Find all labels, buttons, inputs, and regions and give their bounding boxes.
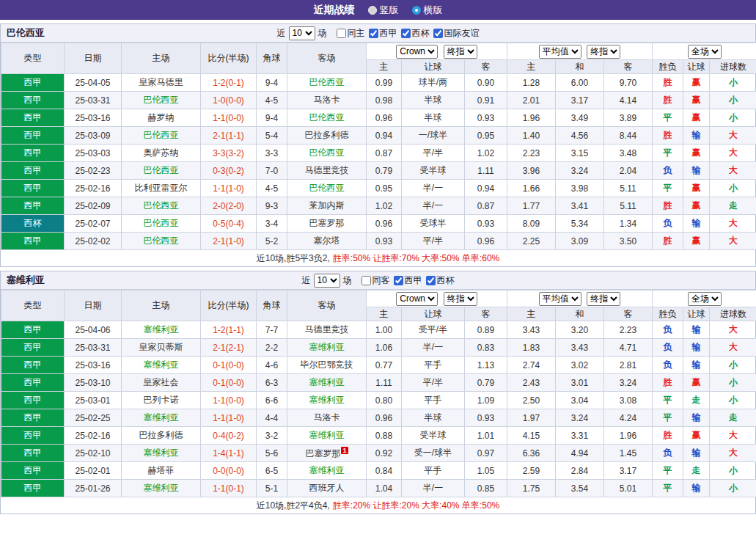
away-team-link[interactable]: 西班牙人	[287, 480, 367, 497]
away-team-link[interactable]: 巴伦西亚	[287, 180, 367, 197]
summary-rates: 胜率:20% 让胜率:20% 大率:40% 单率:50%	[333, 500, 499, 512]
avg-draw-cell: 3.20	[556, 321, 604, 339]
filter-label: 西甲	[380, 27, 397, 40]
away-team-link[interactable]: 塞维利亚	[287, 374, 367, 392]
filter-checkbox-同主[interactable]	[337, 29, 346, 38]
filter-同客[interactable]: 同客	[362, 274, 390, 287]
filter-国际友谊[interactable]: 国际友谊	[433, 27, 480, 40]
filter-checkbox-西甲[interactable]	[369, 29, 378, 38]
away-team-link[interactable]: 马洛卡	[287, 409, 367, 427]
odds-time-select[interactable]: 终指	[444, 45, 477, 59]
avg-away-cell: 4.24	[604, 409, 653, 427]
recent-matches-control: 近 10 场 同主西甲西杯国际友谊	[277, 26, 480, 40]
league-cell: 西杯	[1, 215, 65, 233]
corner-cell: 6-6	[257, 392, 287, 409]
away-team-link[interactable]: 巴伦西亚	[287, 109, 367, 127]
home-team-link[interactable]: 巴拉多利德	[122, 427, 201, 445]
home-team-link[interactable]: 塞维利亚	[122, 321, 201, 339]
odds-home-cell: 0.99	[367, 74, 402, 92]
away-team-link[interactable]: 巴塞罗那1	[287, 445, 367, 462]
away-team-link[interactable]: 巴拉多利德	[287, 127, 367, 145]
filter-西甲[interactable]: 西甲	[369, 27, 397, 40]
odds-home-cell: 0.96	[367, 109, 402, 127]
away-team-link[interactable]: 巴伦西亚	[287, 145, 367, 162]
home-team-link[interactable]: 巴伦西亚	[122, 197, 201, 215]
filter-西杯[interactable]: 西杯	[426, 274, 455, 287]
odds-handicap-cell: 受球半	[402, 215, 465, 233]
score-cell: 0-4(0-2)	[201, 427, 257, 445]
home-team-link[interactable]: 塞维利亚	[122, 480, 201, 497]
avg-source-select[interactable]: 平均值	[539, 292, 581, 306]
view-option-vertical[interactable]: 竖版	[368, 4, 399, 17]
recent-count-select[interactable]: 10	[289, 26, 315, 40]
odds-home-cell: 1.06	[367, 339, 402, 357]
away-team-link[interactable]: 塞维利亚	[287, 462, 367, 480]
odds-home-cell: 0.94	[367, 127, 402, 145]
home-team-link[interactable]: 皇家马德里	[122, 74, 201, 92]
filter-西杯[interactable]: 西杯	[401, 27, 430, 40]
home-team-link[interactable]: 巴伦西亚	[122, 127, 201, 145]
avg-away-cell: 3.17	[604, 462, 653, 480]
away-team-link[interactable]: 塞尔塔	[287, 233, 367, 250]
match-row: 西甲25-02-25塞维利亚1-1(1-0)4-4马洛卡0.96半球0.931.…	[1, 409, 756, 427]
goals-result-cell: 小	[710, 74, 756, 92]
home-team-link[interactable]: 比利亚雷亚尔	[122, 180, 201, 197]
league-filters: 同主西甲西杯国际友谊	[333, 27, 480, 40]
date-cell: 25-04-05	[65, 74, 122, 92]
home-team-link[interactable]: 赫罗纳	[122, 109, 201, 127]
away-team-link[interactable]: 马洛卡	[287, 92, 367, 109]
odds-source-select[interactable]: Crown	[396, 45, 438, 59]
filter-checkbox-同客[interactable]	[362, 276, 371, 285]
away-team-link[interactable]: 塞维利亚	[287, 339, 367, 357]
odds-handicap-cell: 平手	[402, 357, 465, 374]
corner-cell: 9-4	[257, 109, 287, 127]
home-team-link[interactable]: 巴列卡诺	[122, 392, 201, 409]
scope-select[interactable]: 全场	[688, 45, 722, 59]
odds-home-cell: 1.00	[367, 321, 402, 339]
filter-checkbox-西杯[interactable]	[426, 276, 436, 285]
away-team-link[interactable]: 马德里竞技	[287, 321, 367, 339]
home-team-link[interactable]: 皇家社会	[122, 374, 201, 392]
away-team-link[interactable]: 毕尔巴鄂竞技	[287, 357, 367, 374]
odds-away-cell: 0.95	[465, 127, 507, 145]
home-team-link[interactable]: 巴伦西亚	[122, 215, 201, 233]
summary-row: 近10场,胜5平3负2, 胜率:50% 让胜率:70% 大率:50% 单率:60…	[1, 250, 755, 266]
filter-同主[interactable]: 同主	[337, 27, 365, 40]
away-team-link[interactable]: 巴塞罗那	[287, 215, 367, 233]
handicap-result-cell: 赢	[683, 233, 710, 250]
home-team-link[interactable]: 巴伦西亚	[122, 233, 201, 250]
goals-result-cell: 大	[710, 162, 756, 180]
avg-source-select[interactable]: 平均值	[539, 45, 581, 59]
away-team-link[interactable]: 塞维利亚	[287, 392, 367, 409]
odds-time-select[interactable]: 终指	[444, 292, 477, 306]
recent-count-select[interactable]: 10	[314, 274, 340, 288]
avg-time-select[interactable]: 终指	[587, 292, 620, 306]
team-name: 巴伦西亚	[7, 24, 45, 42]
filter-checkbox-国际友谊[interactable]	[433, 29, 443, 38]
home-team-link[interactable]: 皇家贝蒂斯	[122, 339, 201, 357]
filter-checkbox-西甲[interactable]	[394, 276, 403, 285]
away-team-link[interactable]: 塞维利亚	[287, 427, 367, 445]
scope-select[interactable]: 全场	[688, 292, 722, 306]
filter-西甲[interactable]: 西甲	[394, 274, 422, 287]
filter-checkbox-西杯[interactable]	[401, 29, 411, 38]
score-cell: 0-5(0-4)	[201, 215, 257, 233]
scope-group-header: 全场	[653, 291, 756, 307]
home-team-link[interactable]: 巴伦西亚	[122, 162, 201, 180]
team-section-valencia: 巴伦西亚 近 10 场 同主西甲西杯国际友谊 类型 日期 主场 比分(半场) 角…	[0, 23, 756, 267]
home-team-link[interactable]: 赫塔菲	[122, 462, 201, 480]
score-cell: 1-1(0-0)	[201, 392, 257, 409]
view-option-horizontal[interactable]: 横版	[412, 4, 443, 17]
odds-source-select[interactable]: Crown	[396, 292, 438, 306]
away-team-link[interactable]: 莱加内斯	[287, 197, 367, 215]
top-bar: 近期战绩 竖版 横版	[0, 0, 756, 20]
avg-time-select[interactable]: 终指	[587, 45, 620, 59]
home-team-link[interactable]: 奥萨苏纳	[122, 145, 201, 162]
home-team-link[interactable]: 巴伦西亚	[122, 92, 201, 109]
away-team-link[interactable]: 马德里竞技	[287, 162, 367, 180]
league-cell: 西甲	[1, 427, 65, 445]
home-team-link[interactable]: 塞维利亚	[122, 409, 201, 427]
away-team-link[interactable]: 巴伦西亚	[287, 74, 367, 92]
home-team-link[interactable]: 塞维利亚	[122, 357, 201, 374]
home-team-link[interactable]: 塞维利亚	[122, 445, 201, 462]
